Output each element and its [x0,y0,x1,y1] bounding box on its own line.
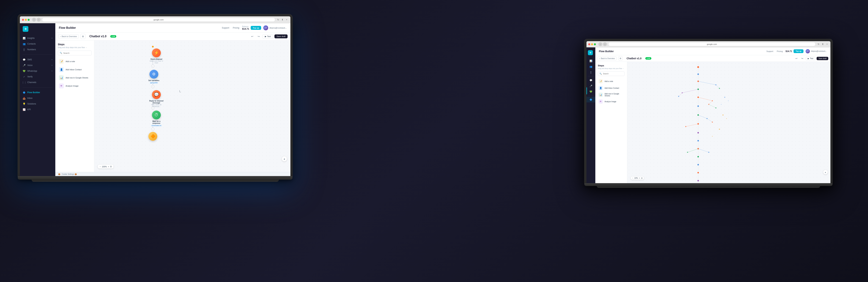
share-icon[interactable]: ⬆ [281,18,284,21]
whatsapp-icon: 💚 [23,69,26,73]
back-to-overview-btn-1[interactable]: ‹ Back to Overview [58,34,79,38]
back-to-overview-btn-2[interactable]: ‹ Back to Overview [597,57,617,60]
sidebar-item-2-6[interactable]: 💚 [586,89,595,94]
flowbuilder-icon: 🔷 [23,91,26,94]
search-input-1[interactable] [63,52,90,54]
scroll-up-1[interactable]: ▲ [282,157,287,161]
redo-btn-2[interactable]: ↪ [800,56,804,60]
zoom-fit-btn-2[interactable]: ⊡ [641,177,643,179]
back-nav-btn-2[interactable]: ‹ [598,42,602,46]
sidebar-item-2-5[interactable]: 🎤 [586,83,595,89]
sidebar-item-2-4[interactable]: 💬 [586,77,595,83]
search-box-2[interactable]: 🔍 [598,72,625,76]
zoom-minus-btn-2[interactable]: − [632,177,633,179]
traffic-light-yellow-2[interactable] [591,43,593,45]
zoom-fit-btn[interactable]: ⊡ [110,165,112,168]
step-add-note-1[interactable]: 📝 Add a note [58,57,92,65]
sidebar-2: ✈ 📊 👥 ⣿ 💬 [586,47,595,183]
zoom-plus-btn-2[interactable]: + [639,177,640,179]
undo-btn-1[interactable]: ↩ [250,34,255,39]
flow-settings-btn-1[interactable]: ⚙ [81,34,86,39]
node-reply-1[interactable]: 💬 Reply to channel message Hola, antes d… [148,90,164,107]
pricing-link-1[interactable]: Pricing [233,27,239,29]
node-setvars-1[interactable]: ⚙ Set variables apKeyCRM [148,70,159,84]
reload-icon[interactable]: ↻ [277,18,280,21]
user-avatar-2: DT [806,49,810,53]
scroll-up-2[interactable]: ▲ [823,170,828,174]
sidebar-item-insights[interactable]: 📊 Insights ▾ [20,35,55,41]
step-analyze-image-1[interactable]: 👁 Analyze Image [58,82,92,90]
address-bar-1[interactable]: google.com [42,18,275,22]
app-layout-2: ✈ 📊 👥 ⣿ 💬 [586,47,830,183]
step-inbox-contact-1[interactable]: 👤 Add Inbox Contact [58,66,92,74]
sidebar-item-voice[interactable]: 🎤 Voice ▾ [20,62,55,68]
flow-actions-1: ↩ ↪ ▶ Test Save draft [250,34,287,39]
step-label-note-2: Add a note [604,80,613,82]
address-bar-2[interactable]: google.com [608,42,815,46]
pricing-link-2[interactable]: Pricing [777,50,783,52]
traffic-light-red[interactable] [22,19,24,21]
traffic-light-green-2[interactable] [594,43,596,45]
node-5-1[interactable]: 🔶 [148,132,157,141]
step-google-sheets-2[interactable]: 📊 Add row in Google Sheets [598,91,625,98]
forward-nav-btn-2[interactable]: › [603,42,607,46]
cursor-indicator [179,90,181,92]
sidebar-item-inbox[interactable]: 📥 Inbox [20,95,55,101]
sidebar-item-verify[interactable]: ✓ Verify [20,74,55,80]
support-link-1[interactable]: Support [222,27,229,29]
zoom-plus-btn[interactable]: + [108,166,109,168]
save-draft-btn-1[interactable]: Save draft [274,34,287,38]
traffic-light-red-2[interactable] [588,43,590,45]
step-analyze-image-2[interactable]: 👁 Analyze Image [598,98,625,105]
flow-settings-btn-2[interactable]: ⚙ [618,56,623,60]
whatsapp-icon-2: 💚 [589,90,592,93]
sidebar-item-whatsapp[interactable]: 💚 WhatsApp ▾ [20,68,55,74]
test-btn-1[interactable]: ▶ Test [262,34,273,39]
support-link-2[interactable]: Support [767,50,773,52]
redo-btn-1[interactable]: ↪ [256,34,261,39]
brand-name-2: Flow Builder [599,50,614,53]
topup-button-1[interactable]: Top up [251,26,261,30]
node-omnichannel-1[interactable]: ⚡ Omni-channel Inbox Live Chat +2 more [148,49,164,64]
topup-button-2[interactable]: Top up [794,49,804,53]
sidebar-item-2-1[interactable]: 📊 [586,58,595,64]
balance-label-1: Balance [242,26,249,28]
sidebar-item-2-3[interactable]: ⣿ [586,69,595,75]
zoom-minus-btn[interactable]: − [100,166,101,168]
bookmark-icon-2[interactable]: + [826,43,829,46]
forward-nav-btn[interactable]: › [37,18,40,22]
sidebar-logo-2: ✈ [586,50,595,58]
traffic-light-yellow[interactable] [25,19,27,21]
sidebar-item-kpi[interactable]: 📈 KPI [20,107,55,112]
sidebar-item-numbers[interactable]: ⣿ Numbers [20,47,55,52]
top-nav-2: Flow Builder Support Pricing $14.71 Top … [595,47,830,55]
search-input-2[interactable] [603,73,623,75]
sidebar-section-channels: 💬 SMS ▾ 🎤 Voice ▾ [20,56,55,86]
sidebar-item-sms[interactable]: 💬 SMS ▾ [20,57,55,62]
back-nav-btn[interactable]: ‹ [32,18,36,22]
undo-btn-2[interactable]: ↩ [795,56,799,60]
share-icon-2[interactable]: ⬆ [821,43,825,46]
sidebar-item-contacts[interactable]: 👥 Contacts [20,41,55,47]
sidebar-item-2-2[interactable]: 👥 [586,64,595,69]
canvas-area-1: + + + + [94,40,290,172]
main-content-1: Flow Builder Support Pricing Balance $14… [55,23,290,176]
test-btn-2[interactable]: ▶ Test [806,57,815,60]
sidebar-item-solutions[interactable]: 💡 Solutions [20,101,55,107]
insights-chevron: ▾ [52,37,53,39]
reload-icon-2[interactable]: ↻ [817,43,820,46]
sidebar-item-flowbuilder[interactable]: 🔷 Flow Builder [20,90,55,95]
node-wait-1[interactable]: ⏱ Wait for a response conversation id [148,111,164,126]
sidebar-item-channels[interactable]: ⋮⋮ Channels [20,80,55,85]
node-label-reply: Reply to channel message [148,100,164,104]
traffic-light-green[interactable] [28,19,30,21]
top-nav-1: Flow Builder Support Pricing Balance $14… [55,23,290,32]
sidebar-logo-1: ✈ [20,26,55,35]
search-box-1[interactable]: 🔍 [58,51,92,55]
step-add-note-2[interactable]: 📝 Add a note [598,78,625,84]
bookmark-icon[interactable]: + [285,18,288,21]
step-google-sheets-1[interactable]: 📊 Add row in Google Sheets [58,74,92,82]
step-inbox-contact-2[interactable]: 👤 Add Inbox Contact [598,85,625,91]
sidebar-item-flowbuilder-2[interactable]: 🔷 [586,97,595,103]
save-draft-btn-2[interactable]: Save draft [816,57,828,60]
